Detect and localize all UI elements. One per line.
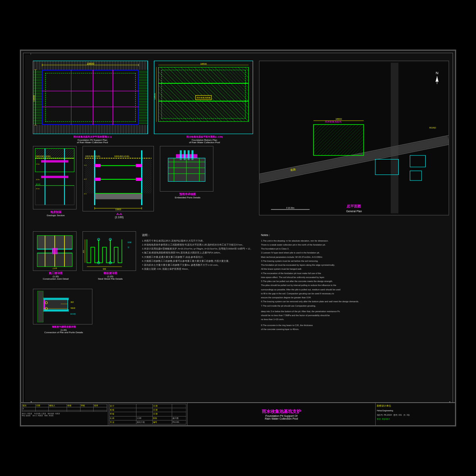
svg-text:ROAD: ROAD (429, 127, 436, 129)
bottom-plan-label-block: 雨水收集池底板平面布置图(1:100) Foundation Bottom Pl… (154, 135, 255, 144)
revision-row-1: A (22, 407, 107, 411)
company-name-en: Hekai Engineering (377, 409, 454, 412)
pp-svg: 腰梁 钢板桩 AU50型 (33, 289, 92, 324)
geologic-section-container: GROUND LEVEL 基坑底 -1.5m -4.2m -6.5m 地质剖面 (33, 146, 79, 217)
note-en-1c: The foundation pit is Class 3. (261, 247, 380, 250)
construction-joint-drawing: 止水带 (33, 231, 77, 271)
revision-table: 版次 日期 修改人 校核 审核 批准 A (21, 403, 108, 425)
note-cn-6: 6.大规模工程参数工工程参数,多量可以参考量工量大量文量工程参数,方面大量文量。 (142, 259, 256, 263)
svg-text:-6.5: -6.5 (84, 193, 87, 195)
company-name-cn: 勘察设计单位 (377, 404, 454, 408)
svg-rect-111 (43, 300, 45, 309)
bottom-plan-title-cn: 雨水收集池底板平面布置图(1:100) (154, 135, 255, 139)
svg-rect-109 (43, 298, 69, 300)
note-en-3c: All the brace system must be hanged well… (261, 267, 380, 271)
svg-rect-57 (95, 164, 101, 167)
bottom-plan-title-en-2: of Rain Water Collection Pool (154, 141, 255, 144)
construction-joint-container: 止水带 施工缝详图 (1:20) Construction Joint Deta… (33, 231, 79, 280)
svg-text:N: N (436, 71, 438, 75)
svg-rect-65 (85, 158, 95, 194)
note-en-1: 1.The unit in the drawing: m for absolut… (261, 239, 380, 242)
svg-text:General Plan: General Plan (346, 210, 362, 213)
svg-text:总平面图: 总平面图 (347, 204, 361, 208)
svg-text:GROUND LEVEL: GROUND LEVEL (114, 155, 130, 157)
svg-text:13800: 13800 (154, 93, 156, 100)
note-en-7: 7.The soil inside the pit should use Com… (261, 304, 380, 307)
note-en-3b: The fondation pit must be excavated by l… (261, 263, 380, 267)
note-en-5c: surroundings as possible. After the pile… (261, 288, 380, 291)
embedded-title-cn: 预埋件详细图 (160, 192, 215, 196)
svg-rect-63 (95, 194, 142, 200)
note-en-7b: deep into 3 m below the bottom of the pi… (261, 310, 380, 313)
svg-text:300: 300 (83, 250, 84, 253)
cj-svg: 止水带 (33, 232, 76, 271)
plan-view-drawing: 18800 13800 (33, 61, 148, 134)
note-en-5b: The piles should be pulled out by interv… (261, 284, 380, 287)
note-en-5e: ensure the compaction degree be greater … (261, 296, 380, 299)
svg-rect-51 (35, 186, 74, 205)
plan-view-label-block: 雨水收集池基坑支护平面布置图(1:1) Foundation Pit Suppo… (33, 135, 152, 144)
notes-cn-title: 说明： (142, 233, 256, 238)
approval-table: 设 计 日 期 校 核 日 期 审 核 日 期 (108, 403, 188, 425)
svg-text:-1.5m: -1.5m (36, 163, 40, 165)
person-roles: 责任人: 李某某 专业负责: 王某某 项目负责: 张某某 审定: 赵某某 设计人… (22, 413, 107, 416)
svg-text:基坑底: 基坑底 (36, 183, 40, 185)
svg-rect-42 (41, 160, 69, 163)
note-cn-2: 2.本场地地质条件参照岩土工程勘察报告书,基坑水平距离3.1米,场外积水分布工在… (142, 243, 256, 246)
embedded-title-en: Embedded Parts Details (160, 196, 215, 199)
svg-rect-59 (136, 164, 142, 167)
svg-text:型: 型 (128, 246, 129, 248)
note-cn-3: 3.本设计采用拉森IV型钢板桩支护, N=20.37cm³/m, q=75kg/… (142, 247, 256, 250)
note-en-5: 5.The piles can be pulled out after the … (261, 280, 380, 283)
svg-text:-1.5: -1.5 (84, 164, 87, 166)
svg-text:GROUND LEVEL: GROUND LEVEL (36, 155, 51, 157)
svg-rect-75 (176, 154, 197, 158)
svg-rect-60 (136, 178, 142, 181)
geologic-title-en: Geologic Section (33, 214, 79, 217)
note-cn-1: 1.本图尺寸单位:标高以米计,其他均以毫米计,大写尺寸为准。 (142, 239, 256, 242)
sheet-no: 图号: 001 (393, 413, 402, 416)
pp-title-en: Connection of Pile and Purlin Details (33, 331, 94, 334)
note-en-8b: of the concrete covering layer is 40mm. (261, 328, 380, 331)
aa-section-drawing: GROUND LEVEL GROUND LEVEL (83, 146, 154, 211)
title-main-en-1: Foundation Pit Support Of (190, 415, 373, 417)
geologic-svg: GROUND LEVEL 基坑底 -1.5m -4.2m -6.5m (33, 146, 76, 209)
embedded-parts-drawing (160, 146, 213, 192)
notes-cn-col: 说明： 1.本图尺寸单位:标高以米计,其他均以毫米计,大写尺寸为准。 2.本场地… (142, 233, 256, 272)
note-en-4b: time-space effect. The soil shoud be uni… (261, 276, 380, 279)
company-info: 勘察设计单位 Hekai Engineering 项目号: PKJ2024 图号… (376, 403, 455, 425)
ssp-title-cn: 钢板桩详图 (83, 272, 138, 275)
approval-row-scale: 比 例 1:100 阶段 施工图 (109, 416, 186, 420)
dimension-svg: 18800 13800 (33, 61, 148, 134)
svg-rect-58 (95, 178, 101, 181)
svg-text:-6.5m: -6.5m (36, 188, 40, 190)
approval-row-check: 校 核 日 期 (109, 408, 186, 412)
note-cn-7: 7.基坑积水土方量大量文量工程参数下文量3m, 渗透系数不大于1×10 cm/s… (142, 263, 256, 267)
proj-code: 项目号: PKJ2024 (377, 413, 392, 416)
note-cn-4: 4.施工前,根据地质勘察报告测算70%,基坑角反大限距至上,总量均约4.1kN/… (142, 251, 256, 254)
cj-label-block: 施工缝详图 (1:20) Construction Joint Detail (33, 272, 79, 280)
svg-rect-108 (44, 299, 68, 310)
pp-drawing: 腰梁 钢板桩 AU50型 (33, 289, 92, 324)
revision-header: 版次 日期 修改人 校核 审核 批准 (22, 404, 107, 407)
svg-text:13800: 13800 (33, 95, 35, 102)
title-main-en-2: Rain Water Collection Pool (190, 417, 373, 420)
svg-rect-20 (313, 125, 364, 155)
svg-text:13800: 13800 (115, 208, 121, 211)
general-plan-container: N 道路 雨水收集池基坑 18800 总平面图 General Plan (259, 61, 449, 215)
embedded-svg (160, 146, 213, 191)
note-en-8: 8.The concrete in the ring beam to C20, … (261, 324, 380, 327)
svg-rect-95 (52, 248, 58, 254)
embedded-label-block: 预埋件详细图 Embedded Parts Details (160, 192, 215, 199)
note-cn-8: 8.混凝土冠梁: C30, 混凝土保护层厚度 40mm。 (142, 267, 256, 271)
note-en-1b: There is a weak water collection pit in … (261, 243, 380, 246)
bottom-dim-svg: 18800 13800 (154, 61, 253, 134)
approval-row-design: 设 计 日 期 (109, 404, 186, 408)
svg-text:止水带: 止水带 (52, 267, 57, 269)
aa-section-container: GROUND LEVEL GROUND LEVEL (83, 146, 156, 219)
svg-text:GROUND LEVEL: GROUND LEVEL (85, 155, 101, 157)
status-badge: 状态: 初步设计 (377, 417, 454, 420)
svg-rect-107 (37, 291, 43, 322)
plan-view-container: 18800 13800 雨水收集池基坑支护平面布置图(1:1) Foundati… (33, 61, 152, 144)
svg-text:18800: 18800 (86, 62, 94, 65)
